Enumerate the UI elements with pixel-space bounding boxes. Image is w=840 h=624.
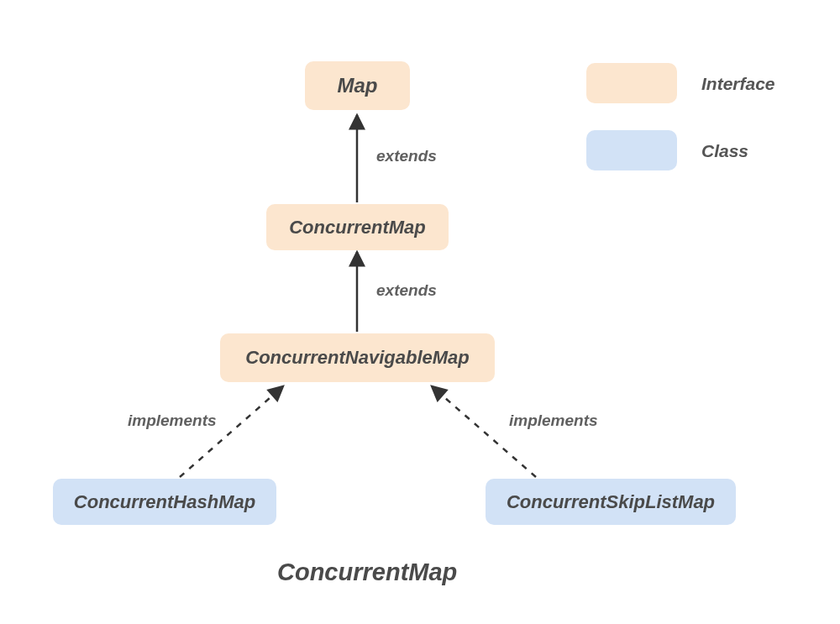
node-concurrent-map: ConcurrentMap [266, 204, 449, 250]
legend-class-swatch [586, 130, 677, 170]
edge-skiplist-navigablemap [432, 386, 536, 477]
node-map: Map [305, 61, 410, 110]
legend-class-label: Class [701, 141, 748, 161]
edge-hashmap-navigablemap [180, 386, 283, 477]
legend-interface-label: Interface [701, 74, 775, 94]
edge-label-implements-right: implements [509, 412, 598, 430]
diagram-title: ConcurrentMap [277, 558, 457, 586]
edge-label-implements-left: implements [128, 412, 217, 430]
legend-interface-swatch [586, 63, 677, 103]
node-concurrent-skiplistmap: ConcurrentSkipListMap [486, 479, 736, 525]
node-concurrent-hashmap: ConcurrentHashMap [53, 479, 276, 525]
node-concurrent-navigable-map: ConcurrentNavigableMap [220, 333, 495, 382]
edge-label-extends-1: extends [376, 147, 437, 165]
edge-label-extends-2: extends [376, 281, 437, 300]
